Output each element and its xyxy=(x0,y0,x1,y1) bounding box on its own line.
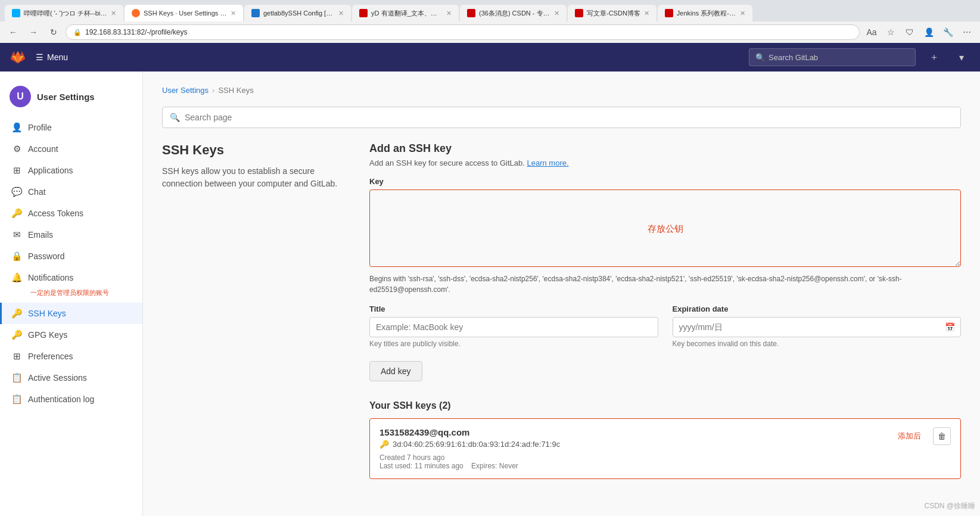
extensions-btn[interactable]: 🔧 xyxy=(939,24,956,41)
sidebar-item-active-sessions[interactable]: 📋 Active Sessions xyxy=(0,367,142,388)
tab-close-4-icon[interactable]: ✕ xyxy=(446,10,452,17)
add-button[interactable]: ＋ xyxy=(925,48,943,66)
ssh-key-email: 1531582439@qq.com xyxy=(379,427,898,437)
sidebar-item-account[interactable]: ⚙ Account xyxy=(0,138,142,160)
add-key-desc-text: Add an SSH key for secure access to GitL… xyxy=(369,158,525,167)
password-icon: 🔒 xyxy=(11,251,22,262)
main-layout: U User Settings 👤 Profile ⚙ Account ⊞ Ap… xyxy=(0,72,980,516)
tab-close-3-icon[interactable]: ✕ xyxy=(338,10,344,17)
address-text: 192.168.83.131:82/-/profile/keys xyxy=(85,28,187,36)
title-field-label: Title xyxy=(369,304,658,313)
hamburger-icon: ☰ xyxy=(36,52,43,62)
page-search-input[interactable] xyxy=(185,113,953,122)
your-ssh-keys-title: Your SSH keys (2) xyxy=(369,400,961,411)
forward-button[interactable]: → xyxy=(25,24,42,41)
sidebar-item-label: Applications xyxy=(28,166,73,175)
sidebar-item-auth-log[interactable]: 📋 Authentication log xyxy=(0,388,142,410)
gitlab-logo-icon xyxy=(10,49,26,66)
browser-right-icons: Aa ☆ 🛡 👤 🔧 ⋯ xyxy=(863,24,975,41)
sidebar-item-emails[interactable]: ✉ Emails xyxy=(0,224,142,245)
back-button[interactable]: ← xyxy=(5,24,21,41)
ssh-key-info: 1531582439@qq.com 🔑 3d:04:60:25:69:91:61… xyxy=(379,427,898,470)
sidebar-item-label: Authentication log xyxy=(28,394,94,404)
translate-btn[interactable]: Aa xyxy=(863,24,880,41)
sidebar-header: U User Settings xyxy=(0,81,142,117)
footer-label: CSDN @徐睡睡 xyxy=(924,502,975,510)
page-search-bar[interactable]: 🔍 xyxy=(162,107,961,128)
csdn-footer: CSDN @徐睡睡 xyxy=(924,501,975,511)
sidebar-item-label: Chat xyxy=(28,187,46,197)
address-bar[interactable]: 🔒 192.168.83.131:82/-/profile/keys xyxy=(66,24,860,40)
chat-icon: 💬 xyxy=(11,186,22,197)
sidebar-item-label: Emails xyxy=(28,230,53,240)
more-btn[interactable]: ⋯ xyxy=(959,24,975,41)
sidebar-item-applications[interactable]: ⊞ Applications xyxy=(0,160,142,181)
form-row: Title Key titles are publicly visible. E… xyxy=(369,304,961,348)
search-placeholder: Search GitLab xyxy=(769,53,818,62)
sidebar-item-chat[interactable]: 💬 Chat xyxy=(0,181,142,203)
menu-label: Menu xyxy=(47,52,68,62)
sidebar-item-gpg-keys[interactable]: 🔑 GPG Keys xyxy=(0,324,142,346)
browser-tab-youdao[interactable]: yD 有道翻译_文本、文档、网页、手... ✕ xyxy=(352,5,459,21)
gitlab-header: ☰ Menu 🔍 Search GitLab ＋ ▾ xyxy=(0,43,980,72)
dropdown-button[interactable]: ▾ xyxy=(953,48,970,66)
sidebar-item-access-tokens[interactable]: 🔑 Access Tokens xyxy=(0,203,142,224)
key-hint-text: Begins with 'ssh-rsa', 'ssh-dss', 'ecdsa… xyxy=(369,273,961,295)
ssh-keys-icon: 🔑 xyxy=(11,308,22,319)
shield-btn[interactable]: 🛡 xyxy=(901,24,918,41)
ssh-keys-section: Your SSH keys (2) 1531582439@qq.com 🔑 3d… xyxy=(369,400,961,479)
browser-tab-csdn3[interactable]: Jenkins 系列教程-史上最... ✕ xyxy=(658,5,752,21)
ssh-key-annotation: 添加后 xyxy=(898,431,921,442)
sidebar-item-notifications[interactable]: 🔔 Notifications 一定的是管理员权限的账号 xyxy=(0,267,142,288)
applications-icon: ⊞ xyxy=(11,165,22,176)
fingerprint-icon: 🔑 xyxy=(379,440,389,449)
key-expires-text: Expires: Never xyxy=(471,462,518,470)
sidebar-item-label: Active Sessions xyxy=(28,373,87,383)
browser-tab-gitlab[interactable]: SSH Keys · User Settings · GitLab ✕ xyxy=(125,5,243,21)
sidebar-item-ssh-keys[interactable]: 🔑 SSH Keys xyxy=(0,303,142,324)
page-search-icon: 🔍 xyxy=(170,113,180,122)
content-area: User Settings › SSH Keys 🔍 SSH Keys SSH … xyxy=(143,72,980,516)
title-input[interactable] xyxy=(369,317,658,337)
left-column: SSH Keys SSH keys allow you to establish… xyxy=(162,142,341,486)
fingerprint-text: 3d:04:60:25:69:91:61:db:0a:93:1d:24:ad:f… xyxy=(393,440,560,449)
profile-btn[interactable]: 👤 xyxy=(920,24,937,41)
sidebar-item-password[interactable]: 🔒 Password xyxy=(0,245,142,267)
add-key-title: Add an SSH key xyxy=(369,142,961,155)
section-description: SSH keys allow you to establish a secure… xyxy=(162,165,341,190)
preferences-icon: ⊞ xyxy=(11,351,22,362)
tab-close-active-icon[interactable]: ✕ xyxy=(231,10,236,17)
tab-close-6-icon[interactable]: ✕ xyxy=(644,10,649,17)
add-key-button[interactable]: Add key xyxy=(369,361,422,381)
star-btn[interactable]: ☆ xyxy=(882,24,899,41)
browser-tab-csdn2[interactable]: 写文章-CSDN博客 ✕ xyxy=(568,5,657,21)
sidebar-item-profile[interactable]: 👤 Profile xyxy=(0,117,142,138)
learn-more-link[interactable]: Learn more. xyxy=(527,158,568,167)
expiry-input[interactable] xyxy=(673,317,962,337)
menu-button[interactable]: ☰ Menu xyxy=(36,52,68,62)
sidebar-item-label: Profile xyxy=(28,123,52,132)
sidebar-title: User Settings xyxy=(37,92,95,102)
browser-tab-bilibili[interactable]: 哔哩哔哩( '- ')つロ チ杯--bill... ✕ xyxy=(5,5,123,21)
ssh-key-card: 1531582439@qq.com 🔑 3d:04:60:25:69:91:61… xyxy=(369,418,961,479)
reload-button[interactable]: ↻ xyxy=(45,24,62,41)
browser-tab-jenkins[interactable]: getlab8ySSH Config [Jenkins] ✕ xyxy=(244,5,351,21)
key-textarea[interactable] xyxy=(369,189,961,267)
browser-tab-csdn1[interactable]: (36条消息) CSDN - 专业开发者社... ✕ xyxy=(460,5,567,21)
access-tokens-icon: 🔑 xyxy=(11,208,22,219)
avatar: U xyxy=(10,86,31,107)
global-search-bar[interactable]: 🔍 Search GitLab xyxy=(749,48,916,66)
delete-key-button[interactable]: 🗑 xyxy=(933,427,951,445)
tab-close-7-icon[interactable]: ✕ xyxy=(740,10,745,17)
tab-close-icon[interactable]: ✕ xyxy=(111,10,116,17)
right-column: Add an SSH key Add an SSH key for secure… xyxy=(369,142,961,486)
lock-icon: 🔒 xyxy=(73,29,82,36)
breadcrumb-parent-link[interactable]: User Settings xyxy=(162,86,209,95)
tab-close-5-icon[interactable]: ✕ xyxy=(554,10,559,17)
sidebar-item-label: Preferences xyxy=(28,352,73,361)
sidebar-item-label: Notifications xyxy=(28,273,73,282)
key-created-text: Created 7 hours ago xyxy=(379,453,444,462)
notifications-icon: 🔔 xyxy=(11,272,22,283)
ssh-key-actions: 添加后 🗑 xyxy=(898,427,951,445)
sidebar-item-preferences[interactable]: ⊞ Preferences xyxy=(0,346,142,367)
